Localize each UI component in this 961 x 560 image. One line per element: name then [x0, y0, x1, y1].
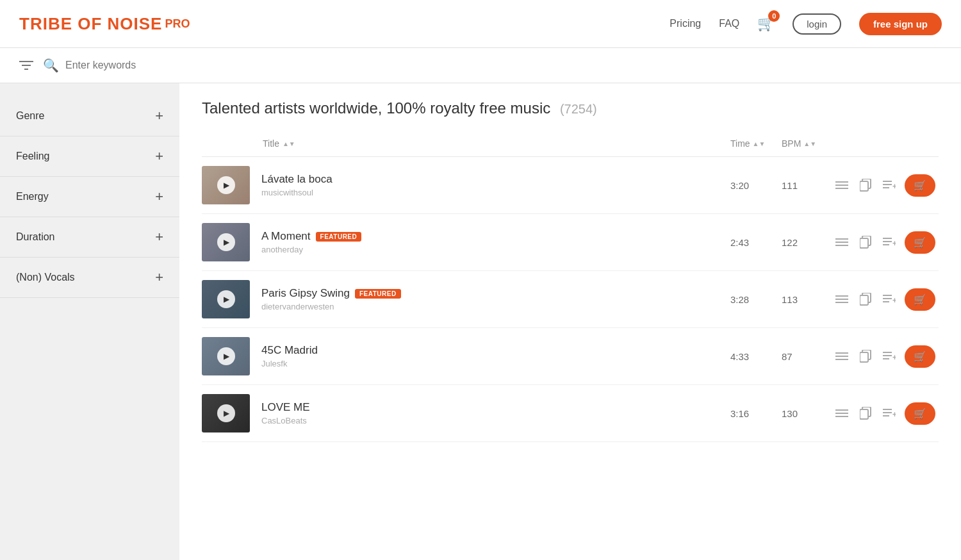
copy-button-2[interactable]: [857, 233, 874, 251]
track-title-2: A Moment FEATURED: [261, 230, 730, 243]
track-artist-4[interactable]: Julesfk: [261, 359, 730, 368]
svg-text:+: +: [892, 182, 896, 190]
copy-button-4[interactable]: [857, 347, 874, 365]
track-time-1: 3:20: [730, 180, 782, 191]
header: TRIBE OF NOISE PRO Pricing FAQ 🛒 0 login…: [0, 0, 961, 48]
track-title-1: Lávate la boca: [261, 173, 730, 186]
play-button-5[interactable]: ▶: [217, 404, 235, 422]
tracks-list: ▶ Lávate la boca musicwithsoul 3:20 111: [202, 157, 939, 442]
play-button-3[interactable]: ▶: [217, 290, 235, 308]
sidebar-label-feeling: Feeling: [16, 151, 49, 162]
play-icon: ▶: [224, 409, 229, 418]
sidebar-item-feeling[interactable]: Feeling +: [0, 136, 179, 177]
track-info-2: A Moment FEATURED anotherday: [261, 230, 730, 254]
col-time-header[interactable]: Time ▲▼: [730, 138, 782, 149]
copy-button-5[interactable]: [857, 404, 874, 422]
svg-rect-25: [860, 295, 868, 305]
track-artist-3[interactable]: dietervanderwesten: [261, 302, 730, 311]
play-icon: ▶: [224, 295, 229, 304]
track-artist-5[interactable]: CasLoBeats: [261, 416, 730, 425]
col-title-header[interactable]: Title ▲▼: [263, 138, 730, 149]
sidebar-plus-non-vocals: +: [155, 269, 163, 286]
track-count: (7254): [560, 102, 597, 116]
main-layout: Genre + Feeling + Energy + Duration + (N…: [0, 83, 961, 560]
track-bpm-5: 130: [782, 408, 833, 419]
page-title-text: Talented artists worldwide, 100% royalty…: [202, 99, 550, 117]
copy-icon: [860, 236, 871, 249]
playlist-button-2[interactable]: +: [880, 235, 898, 250]
filter-icon: [19, 60, 33, 71]
play-icon: ▶: [224, 181, 229, 190]
track-thumbnail-3: ▶: [202, 280, 250, 318]
svg-text:+: +: [892, 353, 896, 361]
logo[interactable]: TRIBE OF NOISE PRO: [19, 14, 190, 34]
playlist-button-1[interactable]: +: [880, 177, 898, 193]
track-artist-1[interactable]: musicwithsoul: [261, 188, 730, 197]
add-to-cart-button-1[interactable]: 🛒: [905, 174, 935, 197]
pricing-link[interactable]: Pricing: [669, 18, 701, 29]
track-time-4: 4:33: [730, 351, 782, 362]
track-title-4: 45C Madrid: [261, 344, 730, 357]
playlist-button-3[interactable]: +: [880, 292, 898, 307]
col-bpm-header[interactable]: BPM ▲▼: [782, 138, 833, 149]
playlist-button-4[interactable]: +: [880, 349, 898, 364]
main-content: Talented artists worldwide, 100% royalty…: [179, 83, 961, 560]
details-button-2[interactable]: [833, 235, 851, 249]
copy-button-3[interactable]: [857, 290, 874, 308]
sidebar-item-duration[interactable]: Duration +: [0, 217, 179, 258]
details-button-1[interactable]: [833, 178, 851, 192]
sidebar-item-genre[interactable]: Genre +: [0, 96, 179, 136]
sidebar-item-energy[interactable]: Energy +: [0, 177, 179, 217]
details-icon: [835, 352, 848, 361]
play-button-4[interactable]: ▶: [217, 347, 235, 365]
cart-btn-icon: 🛒: [914, 350, 926, 363]
playlist-button-5[interactable]: +: [880, 406, 898, 421]
copy-button-1[interactable]: [857, 176, 874, 194]
svg-text:+: +: [892, 239, 896, 247]
svg-rect-7: [860, 181, 868, 191]
cart-btn-icon: 🛒: [914, 408, 926, 420]
faq-link[interactable]: FAQ: [719, 18, 739, 29]
track-actions-4: + 🛒: [833, 345, 939, 368]
play-button-1[interactable]: ▶: [217, 176, 235, 194]
cart-button[interactable]: 🛒 0: [757, 15, 775, 32]
logo-pro-text: PRO: [165, 17, 190, 31]
track-artist-2[interactable]: anotherday: [261, 245, 730, 254]
add-to-cart-button-3[interactable]: 🛒: [905, 288, 935, 311]
track-actions-3: + 🛒: [833, 288, 939, 311]
add-to-cart-button-2[interactable]: 🛒: [905, 231, 935, 254]
logo-tribe-text: TRIBE OF NOISE: [19, 14, 162, 34]
sidebar-item-non-vocals[interactable]: (Non) Vocals +: [0, 258, 179, 298]
track-actions-5: + 🛒: [833, 402, 939, 425]
track-bpm-3: 113: [782, 294, 833, 305]
add-to-cart-button-5[interactable]: 🛒: [905, 402, 935, 425]
track-actions-2: + 🛒: [833, 231, 939, 254]
page-title: Talented artists worldwide, 100% royalty…: [202, 99, 939, 117]
track-title-text: 45C Madrid: [261, 344, 318, 357]
search-input[interactable]: [65, 60, 942, 71]
track-thumbnail-1: ▶: [202, 166, 250, 204]
details-icon: [835, 295, 848, 304]
svg-text:+: +: [892, 296, 896, 304]
track-title-text: LOVE ME: [261, 401, 310, 414]
sidebar-label-non-vocals: (Non) Vocals: [16, 272, 75, 283]
details-button-3[interactable]: [833, 292, 851, 306]
sidebar-plus-feeling: +: [155, 148, 163, 165]
sidebar-plus-energy: +: [155, 188, 163, 205]
login-button[interactable]: login: [793, 13, 841, 35]
track-row: ▶ 45C Madrid Julesfk 4:33 87: [202, 328, 939, 385]
filter-button[interactable]: [19, 60, 33, 71]
sidebar-label-energy: Energy: [16, 191, 49, 202]
track-title-text: A Moment: [261, 230, 311, 243]
play-icon: ▶: [224, 352, 229, 361]
track-row: ▶ Lávate la boca musicwithsoul 3:20 111: [202, 157, 939, 214]
details-button-4[interactable]: [833, 349, 851, 363]
cart-btn-icon: 🛒: [914, 293, 926, 306]
copy-icon: [860, 179, 871, 192]
details-button-5[interactable]: [833, 406, 851, 420]
signup-button[interactable]: free sign up: [859, 13, 942, 35]
play-button-2[interactable]: ▶: [217, 233, 235, 251]
copy-icon: [860, 407, 871, 420]
col-time-label: Time: [730, 138, 750, 149]
add-to-cart-button-4[interactable]: 🛒: [905, 345, 935, 368]
